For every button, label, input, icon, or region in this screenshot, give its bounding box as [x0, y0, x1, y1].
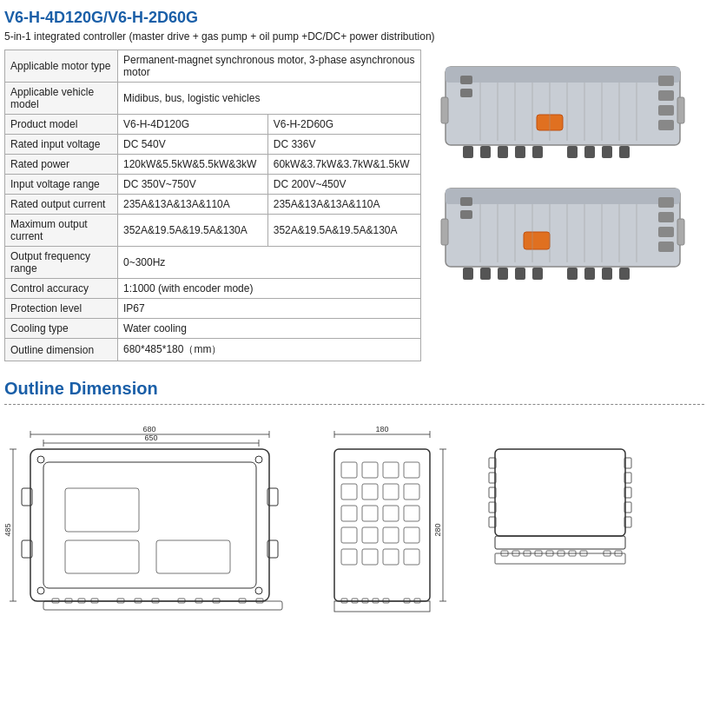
row-value: Water cooling	[118, 319, 421, 339]
row-label: Rated output current	[5, 195, 118, 215]
svg-rect-54	[515, 268, 525, 280]
svg-rect-68	[30, 449, 269, 601]
svg-rect-7	[460, 89, 472, 97]
row-label: Rated input voltage	[5, 135, 118, 155]
svg-rect-108	[362, 484, 378, 500]
svg-rect-31	[446, 189, 680, 204]
table-row: Applicable vehicle modelMidibus, bus, lo…	[5, 83, 421, 115]
svg-rect-112	[362, 506, 378, 521]
svg-rect-107	[341, 484, 357, 500]
svg-rect-28	[602, 146, 612, 158]
row-value: Permanent-magnet synchronous motor, 3-ph…	[118, 50, 421, 83]
svg-rect-20	[677, 97, 684, 123]
svg-rect-4	[658, 105, 674, 116]
svg-rect-35	[658, 242, 674, 252]
svg-rect-6	[460, 76, 472, 84]
table-row: Rated output current235A&13A&13A&110A235…	[5, 195, 421, 215]
device-image-bottom	[437, 175, 697, 288]
svg-rect-81	[43, 601, 282, 610]
row-value-1: DC 350V~750V	[118, 175, 268, 195]
svg-rect-23	[498, 146, 508, 158]
table-row: Rated input voltageDC 540VDC 336V	[5, 135, 421, 155]
svg-rect-26	[567, 146, 578, 158]
table-row: Control accuracy1:1000 (with encoder mod…	[5, 279, 421, 299]
svg-rect-115	[341, 527, 357, 543]
table-row: Input voltage rangeDC 350V~750VDC 200V~4…	[5, 175, 421, 195]
svg-rect-103	[341, 462, 357, 478]
row-label: Applicable vehicle model	[5, 83, 118, 115]
svg-rect-113	[383, 506, 399, 521]
svg-rect-69	[43, 462, 256, 588]
svg-rect-19	[441, 97, 448, 123]
svg-rect-118	[404, 527, 419, 543]
svg-point-73	[255, 587, 262, 594]
row-label: Output frequency range	[5, 247, 118, 279]
svg-text:280: 280	[433, 523, 442, 536]
svg-point-70	[37, 456, 44, 463]
svg-rect-36	[460, 197, 472, 206]
svg-rect-109	[383, 484, 399, 500]
svg-rect-53	[498, 268, 508, 280]
front-view-diagram: 680 650	[4, 419, 300, 619]
row-label: Control accuracy	[5, 279, 118, 299]
svg-rect-33	[658, 212, 674, 222]
table-row: Maximum output current352A&19.5A&19.5A&1…	[5, 215, 421, 247]
row-value-2: DC 336V	[267, 135, 420, 155]
main-content: Applicable motor typePermanent-magnet sy…	[4, 50, 704, 361]
row-value-1: 235A&13A&13A&110A	[118, 195, 268, 215]
svg-rect-37	[460, 210, 472, 219]
svg-rect-80	[156, 540, 230, 573]
row-label: Applicable motor type	[5, 50, 118, 83]
svg-rect-25	[532, 146, 543, 158]
row-value-1: DC 540V	[118, 135, 268, 155]
end-view-diagram	[482, 419, 638, 619]
subtitle: 5-in-1 integrated controller (master dri…	[4, 30, 704, 43]
svg-rect-55	[532, 268, 543, 280]
svg-rect-1	[446, 67, 680, 83]
diagrams-row: 680 650	[4, 419, 704, 619]
svg-text:485: 485	[4, 523, 12, 536]
svg-rect-79	[65, 540, 139, 573]
page-title: V6-H-4D120G/V6-H-2D60G	[4, 9, 704, 27]
row-label: Outline dimension	[5, 339, 118, 361]
outline-title: Outline Dimension	[4, 379, 704, 399]
product-images	[430, 50, 704, 361]
svg-rect-29	[619, 146, 630, 158]
row-label: Input voltage range	[5, 175, 118, 195]
row-value-2: 352A&19.5A&19.5A&130A	[267, 215, 420, 247]
svg-text:680: 680	[142, 425, 155, 433]
row-label: Product model	[5, 115, 118, 135]
svg-rect-146	[495, 536, 625, 549]
table-row: Output frequency range0~300Hz	[5, 247, 421, 279]
svg-point-71	[255, 456, 262, 463]
svg-rect-52	[480, 268, 491, 280]
table-row: Protection levelIP67	[5, 299, 421, 319]
svg-rect-56	[567, 268, 578, 280]
svg-rect-147	[495, 553, 625, 564]
svg-rect-50	[677, 219, 684, 245]
row-label: Protection level	[5, 299, 118, 319]
svg-rect-102	[334, 449, 430, 601]
device-image-top	[437, 54, 697, 167]
svg-rect-110	[404, 484, 419, 500]
row-value-2: 60kW&3.7kW&3.7kW&1.5kW	[267, 155, 420, 175]
row-value: IP67	[118, 299, 421, 319]
svg-rect-135	[495, 449, 625, 536]
svg-rect-24	[515, 146, 525, 158]
svg-rect-105	[383, 462, 399, 478]
table-row: Rated power120kW&5.5kW&5.5kW&3kW60kW&3.7…	[5, 155, 421, 175]
svg-rect-116	[362, 527, 378, 543]
svg-rect-32	[658, 197, 674, 208]
svg-rect-49	[441, 219, 448, 245]
row-value-1: 352A&19.5A&19.5A&130A	[118, 215, 268, 247]
svg-rect-27	[584, 146, 595, 158]
table-row: Applicable motor typePermanent-magnet sy…	[5, 50, 421, 83]
spec-table-section: Applicable motor typePermanent-magnet sy…	[4, 50, 421, 361]
row-label: Maximum output current	[5, 215, 118, 247]
svg-rect-57	[584, 268, 595, 280]
row-value-1: V6-H-4D120G	[118, 115, 268, 135]
side-view-diagram: 180	[317, 419, 465, 619]
section-divider	[4, 404, 704, 405]
svg-rect-5	[658, 120, 674, 130]
svg-rect-119	[341, 549, 357, 565]
